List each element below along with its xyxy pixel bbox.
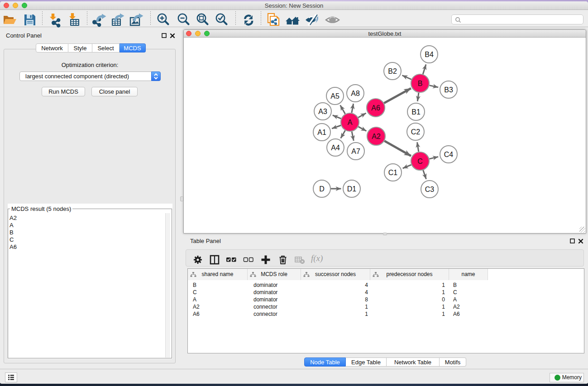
svg-text:A7: A7: [351, 148, 360, 155]
svg-text:B1: B1: [411, 108, 421, 116]
svg-text:B4: B4: [425, 51, 434, 58]
svg-text:A2: A2: [372, 133, 381, 140]
svg-text:C1: C1: [388, 169, 398, 176]
svg-text:A1: A1: [317, 129, 326, 136]
svg-text:C4: C4: [444, 151, 454, 158]
svg-text:A5: A5: [330, 92, 339, 100]
svg-text:B: B: [418, 80, 423, 87]
svg-text:A6: A6: [371, 104, 380, 112]
svg-text:C: C: [417, 157, 423, 165]
svg-text:D: D: [319, 185, 325, 193]
svg-text:B3: B3: [444, 86, 453, 94]
svg-text:A: A: [348, 119, 353, 126]
svg-text:A4: A4: [331, 144, 340, 152]
svg-text:D1: D1: [347, 185, 357, 193]
svg-text:C2: C2: [411, 128, 421, 136]
svg-text:B2: B2: [388, 67, 397, 75]
svg-text:A8: A8: [351, 90, 360, 97]
svg-text:C3: C3: [425, 186, 435, 193]
svg-text:A3: A3: [318, 108, 327, 115]
